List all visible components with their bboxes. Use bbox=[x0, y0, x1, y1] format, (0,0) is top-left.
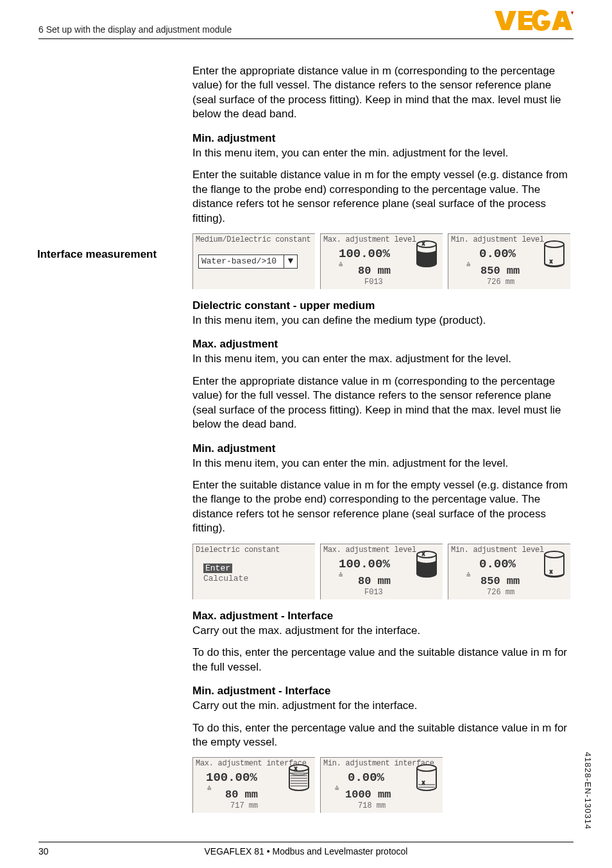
lcd-min-interface: Min. adjustment interface 0.00% ≙ 1000 m… bbox=[320, 757, 443, 813]
paragraph: Enter the appropriate distance value in … bbox=[192, 374, 574, 432]
dropdown-arrow-icon: ▼ bbox=[284, 255, 297, 268]
lcd-code: 718 mm bbox=[358, 801, 386, 810]
option-calculate[interactable]: Calculate bbox=[203, 574, 248, 583]
heading-max-interface: Max. adjustment - Interface bbox=[192, 610, 574, 622]
header-section: 6 Set up with the display and adjustment… bbox=[38, 24, 232, 35]
lcd-dielectric-constant: Dielectric constant Enter Calculate bbox=[192, 544, 315, 599]
paragraph: To do this, enter the percentage value a… bbox=[192, 721, 574, 750]
lcd-title: Medium/Dielectric constant bbox=[196, 235, 310, 244]
lcd-distance: 80 mm bbox=[225, 789, 258, 801]
lcd-max-adjustment: Max. adjustment level 100.00% ≙ 80 mm F0… bbox=[320, 233, 443, 289]
main-content: Enter the appropriate distance value in … bbox=[192, 64, 574, 815]
heading-min-adjustment-2: Min. adjustment bbox=[192, 442, 574, 455]
svg-marker-0 bbox=[495, 11, 516, 30]
lcd-title: Dielectric constant bbox=[196, 546, 280, 555]
hat-icon: ≙ bbox=[339, 261, 343, 269]
svg-marker-1 bbox=[571, 12, 574, 15]
page-footer: 30 VEGAFLEX 81 • Modbus and Levelmaster … bbox=[38, 842, 574, 846]
lcd-percent: 0.00% bbox=[479, 247, 516, 261]
heading-max-adjustment: Max. adjustment bbox=[192, 338, 574, 351]
option-enter[interactable]: Enter bbox=[203, 563, 232, 573]
lcd-row-1: Medium/Dielectric constant Water-based/>… bbox=[192, 233, 574, 289]
paragraph: Enter the suitable distance value in m f… bbox=[192, 168, 574, 226]
lcd-percent: 0.00% bbox=[348, 771, 384, 785]
tank-full-icon bbox=[416, 240, 438, 270]
lcd-distance: 850 mm bbox=[480, 265, 520, 277]
paragraph: Carry out the max. adjustment for the in… bbox=[192, 624, 574, 638]
svg-point-11 bbox=[545, 551, 564, 558]
lcd-distance: 80 mm bbox=[358, 575, 391, 587]
tank-interface-full-icon bbox=[288, 764, 310, 794]
lcd-medium-dielectric: Medium/Dielectric constant Water-based/>… bbox=[192, 233, 315, 289]
tank-empty-icon bbox=[543, 240, 565, 270]
lcd-row-2: Dielectric constant Enter Calculate Max.… bbox=[192, 544, 574, 599]
tank-empty-icon bbox=[543, 551, 565, 580]
paragraph: In this menu item, you can define the me… bbox=[192, 313, 574, 328]
svg-point-5 bbox=[545, 241, 564, 247]
svg-point-23 bbox=[417, 765, 436, 771]
side-label-interface: Interface measurement bbox=[37, 248, 157, 261]
hat-icon: ≙ bbox=[339, 571, 343, 580]
paragraph: Carry out the min. adjustment for the in… bbox=[192, 699, 574, 713]
lcd-code: 726 mm bbox=[487, 588, 514, 597]
lcd-code: 726 mm bbox=[487, 278, 514, 287]
lcd-min-adjustment: Min. adjustment level 0.00% ≙ 850 mm 726… bbox=[448, 233, 570, 289]
paragraph: Enter the suitable distance value in m f… bbox=[192, 478, 574, 536]
hat-icon: ≙ bbox=[335, 785, 339, 793]
lcd-percent: 100.00% bbox=[339, 557, 390, 571]
svg-point-8 bbox=[417, 551, 436, 558]
tank-interface-empty-icon bbox=[416, 764, 438, 794]
lcd-percent: 0.00% bbox=[479, 557, 516, 571]
lcd-title: Max. adjustment level bbox=[323, 235, 416, 244]
lcd-max-adjustment: Max. adjustment level 100.00% ≙ 80 mm F0… bbox=[320, 544, 443, 599]
lcd-code: F013 bbox=[364, 278, 383, 287]
paragraph: Enter the appropriate distance value in … bbox=[192, 64, 574, 122]
heading-dielectric-upper: Dielectric constant - upper medium bbox=[192, 299, 574, 312]
lcd-code: 717 mm bbox=[230, 801, 258, 810]
hat-icon: ≙ bbox=[466, 261, 471, 269]
paragraph: In this menu item, you can enter the max… bbox=[192, 352, 574, 366]
lcd-percent: 100.00% bbox=[206, 771, 257, 785]
hat-icon: ≙ bbox=[207, 785, 212, 793]
vega-logo bbox=[493, 9, 576, 35]
lcd-distance: 1000 mm bbox=[345, 789, 391, 801]
tank-full-icon bbox=[416, 551, 438, 580]
heading-min-adjustment: Min. adjustment bbox=[192, 132, 574, 145]
dropdown-value: Water-based/>10 bbox=[201, 256, 276, 266]
paragraph: In this menu item, you can enter the min… bbox=[192, 146, 574, 160]
lcd-code: F013 bbox=[364, 588, 383, 597]
paragraph: To do this, enter the percentage value a… bbox=[192, 646, 574, 674]
document-number: 41828-EN-130314 bbox=[583, 752, 593, 830]
heading-min-interface: Min. adjustment - Interface bbox=[192, 685, 574, 697]
hat-icon: ≙ bbox=[466, 571, 471, 580]
lcd-title: Min. adjustment level bbox=[451, 235, 544, 244]
svg-point-14 bbox=[289, 765, 309, 771]
paragraph: In this menu item, you can enter the min… bbox=[192, 456, 574, 471]
lcd-min-adjustment: Min. adjustment level 0.00% ≙ 850 mm 726… bbox=[448, 544, 570, 599]
svg-point-2 bbox=[417, 241, 436, 247]
lcd-distance: 80 mm bbox=[358, 265, 391, 277]
lcd-distance: 850 mm bbox=[480, 575, 520, 587]
dropdown-medium[interactable]: Water-based/>10 ▼ bbox=[198, 255, 298, 269]
lcd-max-interface: Max. adjustment interface 100.00% ≙ 80 m… bbox=[192, 757, 315, 813]
lcd-title: Max. adjustment level bbox=[323, 546, 416, 555]
footer-product: VEGAFLEX 81 • Modbus and Levelmaster pro… bbox=[38, 846, 574, 856]
lcd-title: Min. adjustment level bbox=[451, 546, 544, 555]
lcd-row-3: Max. adjustment interface 100.00% ≙ 80 m… bbox=[192, 757, 574, 813]
lcd-percent: 100.00% bbox=[339, 247, 390, 261]
